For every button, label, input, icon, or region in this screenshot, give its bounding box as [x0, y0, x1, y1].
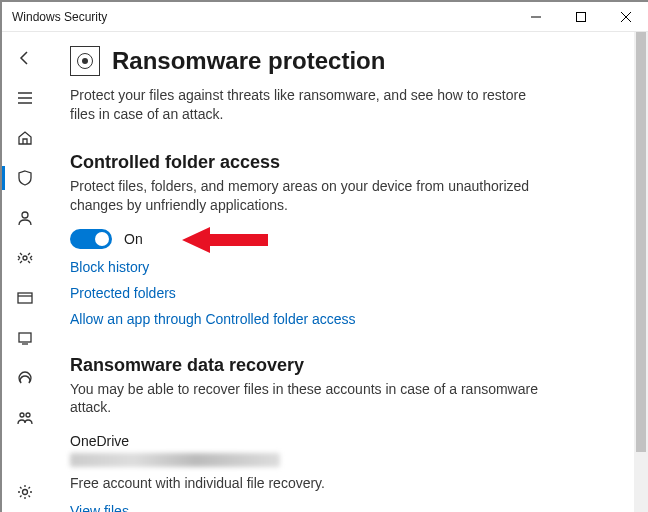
svg-rect-3: [18, 293, 32, 303]
ransomware-icon: [70, 46, 100, 76]
annotation-arrow: [180, 223, 270, 257]
cfa-toggle-label: On: [124, 231, 143, 247]
account-protection-nav[interactable]: [2, 198, 48, 238]
home-nav[interactable]: [2, 118, 48, 158]
svg-point-2: [23, 256, 27, 260]
minimize-button[interactable]: [513, 2, 558, 32]
svg-point-6: [26, 413, 30, 417]
settings-nav[interactable]: [2, 472, 48, 512]
recovery-provider-note: Free account with individual file recove…: [70, 474, 550, 493]
recovery-description: You may be able to recover files in thes…: [70, 380, 550, 418]
block-history-link[interactable]: Block history: [70, 259, 610, 275]
page-title: Ransomware protection: [112, 47, 385, 75]
family-options-nav[interactable]: [2, 398, 48, 438]
sidebar: [2, 32, 48, 512]
device-security-nav[interactable]: [2, 318, 48, 358]
cfa-heading: Controlled folder access: [70, 152, 610, 173]
close-button[interactable]: [603, 2, 648, 32]
virus-protection-nav[interactable]: [2, 158, 48, 198]
protected-folders-link[interactable]: Protected folders: [70, 285, 610, 301]
recovery-account-redacted: [70, 453, 280, 467]
svg-point-7: [23, 490, 28, 495]
menu-button[interactable]: [2, 78, 48, 118]
recovery-heading: Ransomware data recovery: [70, 355, 610, 376]
view-files-link[interactable]: View files: [70, 503, 610, 512]
svg-marker-8: [182, 227, 268, 253]
back-button[interactable]: [2, 38, 48, 78]
main-content: Ransomware protection Protect your files…: [48, 32, 648, 512]
allow-app-link[interactable]: Allow an app through Controlled folder a…: [70, 311, 610, 327]
app-browser-control-nav[interactable]: [2, 278, 48, 318]
cfa-toggle[interactable]: [70, 229, 112, 249]
svg-point-5: [20, 413, 24, 417]
page-description: Protect your files against threats like …: [70, 86, 550, 124]
svg-rect-0: [576, 12, 585, 21]
cfa-description: Protect files, folders, and memory areas…: [70, 177, 550, 215]
scrollbar[interactable]: [634, 32, 648, 512]
titlebar: Windows Security: [2, 2, 648, 32]
firewall-network-nav[interactable]: [2, 238, 48, 278]
recovery-provider: OneDrive: [70, 433, 610, 449]
svg-rect-4: [19, 333, 31, 342]
window-title: Windows Security: [12, 10, 513, 24]
device-performance-nav[interactable]: [2, 358, 48, 398]
scrollbar-thumb[interactable]: [636, 32, 646, 452]
svg-point-1: [22, 212, 28, 218]
maximize-button[interactable]: [558, 2, 603, 32]
